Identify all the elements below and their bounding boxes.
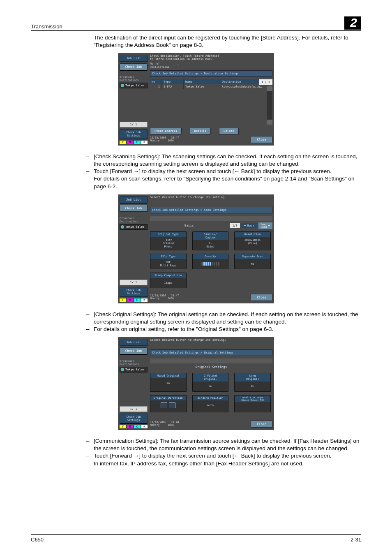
sidebar-destination[interactable]: Tokyo Sales	[120, 224, 148, 230]
long-original-tile[interactable]: Long OriginalNo	[234, 373, 271, 392]
para-original-settings: [Check Original Settings]: The original …	[94, 311, 361, 326]
status-text: 11/10/2006 19:47Memory 100%	[150, 294, 179, 300]
job-list-tab[interactable]: Job List	[120, 196, 148, 203]
mixed-original-tile[interactable]: Mixed OriginalNo	[150, 373, 187, 392]
total-pages-tile[interactable]: Total # of Pages (Quick Memory TX)	[234, 395, 271, 412]
sidebar-destination[interactable]: Tokyo Sales	[120, 83, 148, 88]
check-job-tab[interactable]: Check Job	[120, 205, 148, 212]
breadcrumb: Check Job Detailed Settings > Destinatio…	[150, 70, 272, 77]
orientation-icons	[161, 402, 175, 408]
delete-button[interactable]: Delete	[219, 128, 238, 134]
table-row[interactable]: 1 I-FAX Tokyo Sales tokyo.sales@abcdefg.…	[150, 84, 272, 89]
para-ifax-note: In internet fax, IP address fax, setting…	[94, 460, 361, 467]
para-comm-settings: [Communication Settings]: The fax transm…	[94, 437, 361, 452]
instruction-text: Select desired button to change its sett…	[150, 196, 272, 199]
back-button[interactable]: ←Back	[242, 223, 257, 228]
page-indicator: 1/3	[230, 223, 240, 228]
details-button[interactable]: Details	[190, 128, 211, 134]
sidebar-counter: 1/ 1	[120, 122, 148, 127]
check-job-tab[interactable]: Check Job	[120, 63, 148, 70]
arrow-left-icon: ←	[244, 224, 246, 227]
orientation-portrait-icon	[161, 402, 167, 408]
broadcast-label: Broadcast Destinations	[120, 217, 148, 223]
broadcast-label: Broadcast Destinations	[120, 359, 148, 366]
orientation-landscape-icon	[169, 402, 175, 408]
check-job-settings-button[interactable]: Check Job Settings	[120, 129, 148, 139]
binding-position-tile[interactable]: Binding PositionAuto	[192, 395, 229, 412]
broadcast-label: Broadcast Destinations	[120, 75, 148, 82]
globe-icon	[121, 225, 124, 229]
numdest-value: 1	[178, 64, 179, 67]
bullet-dash: –	[86, 34, 94, 49]
breadcrumb: Check Job Detailed Settings > Scan Setti…	[150, 207, 272, 213]
sidebar-counter: 1/ 1	[120, 406, 148, 412]
para-scan-ref: For details on scan settings, refer to "…	[94, 175, 361, 190]
status-text: 11/10/2006 19:48Memory 100%	[150, 421, 179, 427]
z-folded-tile[interactable]: Z-Folded OriginalNo	[192, 373, 229, 392]
job-list-tab[interactable]: Job List	[120, 339, 148, 346]
numdest-label: No. of Destinations	[150, 62, 169, 69]
duplex-tile[interactable]: Simplex/ Duplex1- Sided	[192, 231, 229, 250]
density-indicator	[201, 262, 219, 266]
stamp-composition-tile[interactable]: Stamp CompositionImage	[150, 273, 187, 288]
breadcrumb: Check Job Detailed Settings > Original S…	[150, 349, 272, 356]
status-text: 11/10/2006 19:47Memory 100%	[150, 136, 179, 142]
check-job-tab[interactable]: Check Job	[120, 347, 148, 354]
basic-label: Basic	[150, 224, 228, 227]
close-button[interactable]: Close	[251, 294, 272, 301]
toner-levels: YMCK	[120, 425, 148, 428]
job-list-tab[interactable]: Job List	[120, 55, 148, 62]
instruction-text: Check destination. Touch [Store Address]…	[150, 55, 272, 61]
scroll-up-icon[interactable]	[267, 86, 272, 91]
para-forward-back-2: Touch [Forward →] to display the next sc…	[94, 452, 361, 460]
globe-icon	[121, 84, 124, 87]
forward-button[interactable]: For- ward→	[258, 222, 272, 229]
sidebar-counter: 1/ 1	[120, 280, 148, 285]
scroll-down-icon[interactable]	[267, 120, 272, 125]
running-head: Transmission	[31, 23, 62, 30]
file-type-tile[interactable]: File TypePDF Multi Page	[150, 254, 187, 269]
sidebar-destination[interactable]: Tokyo Sales	[120, 367, 148, 372]
para-store-address: The destination of the direct input can …	[94, 34, 361, 49]
check-job-settings-button[interactable]: Check Job Settings	[120, 287, 148, 297]
toner-levels: YMCK	[120, 141, 148, 144]
chapter-number: 2	[344, 16, 361, 30]
close-button[interactable]: Close	[251, 136, 272, 143]
arrow-right-icon: →	[268, 224, 270, 227]
table-header: No. Type Name Destination	[150, 79, 272, 84]
original-type-tile[interactable]: Original TypeText/ Printed Photo	[150, 231, 187, 250]
check-job-settings-button[interactable]: Check Job Settings	[120, 414, 148, 423]
mfp-screenshot-destination: Job List Check Job Broadcast Destination…	[118, 53, 274, 145]
para-scan-settings: [Check Scanning Settings]: The scanning …	[94, 153, 361, 168]
close-button[interactable]: Close	[251, 421, 272, 428]
section-title: Original Settings	[150, 363, 272, 370]
globe-icon	[121, 368, 124, 371]
density-tile[interactable]: Density	[192, 254, 229, 269]
separate-scan-tile[interactable]: Separate ScanNo	[234, 254, 271, 269]
original-direction-tile[interactable]: Original Direction	[150, 395, 187, 412]
scrollbar[interactable]	[267, 86, 272, 125]
mfp-screenshot-original: Job List Check Job Broadcast Destination…	[118, 337, 274, 430]
page-indicator: 1 / 1	[259, 79, 272, 85]
mfp-screenshot-scan: Job List Check Job Broadcast Destination…	[118, 194, 274, 303]
instruction-text: Select desired button to change its sett…	[150, 339, 272, 342]
resolution-tile[interactable]: Resolution200x200dpi (Fine)	[234, 231, 271, 250]
store-address-button[interactable]: Store Address	[150, 128, 182, 134]
para-forward-back: Touch [Forward →] to display the next sc…	[94, 168, 361, 175]
para-original-ref: For details on original setting, refer t…	[94, 326, 361, 333]
toner-levels: YMCK	[120, 298, 148, 302]
